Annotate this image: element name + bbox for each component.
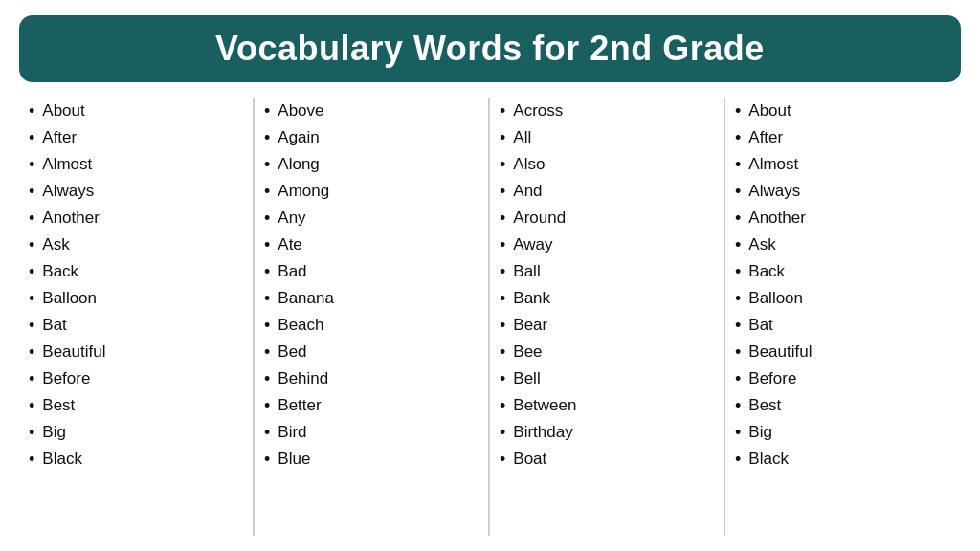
list-item: Also xyxy=(500,151,714,178)
word-list-1: AboutAfterAlmostAlwaysAnotherAskBackBall… xyxy=(29,98,243,473)
list-item: Any xyxy=(264,205,479,231)
list-item: Another xyxy=(735,205,951,231)
list-item: Always xyxy=(29,178,243,205)
list-item: Boat xyxy=(500,446,714,473)
list-item: Among xyxy=(264,178,479,205)
list-item: Bed xyxy=(264,339,479,365)
list-item: Away xyxy=(500,231,714,258)
list-item: And xyxy=(500,178,714,205)
title-banner: Vocabulary Words for 2nd Grade xyxy=(19,15,961,82)
list-item: Black xyxy=(735,446,951,473)
list-item: Big xyxy=(29,419,243,446)
list-item: Across xyxy=(500,98,714,124)
list-item: Around xyxy=(500,205,714,231)
list-item: Beautiful xyxy=(29,339,243,365)
word-column-1: AboutAfterAlmostAlwaysAnotherAskBackBall… xyxy=(19,98,255,536)
list-item: After xyxy=(29,124,243,151)
list-item: Bat xyxy=(735,312,951,339)
word-list-3: AcrossAllAlsoAndAroundAwayBallBankBearBe… xyxy=(500,98,714,473)
list-item: Banana xyxy=(264,285,479,312)
list-item: Bad xyxy=(264,258,479,285)
list-item: Before xyxy=(29,365,243,392)
list-item: Better xyxy=(264,392,479,419)
columns-container: AboutAfterAlmostAlwaysAnotherAskBackBall… xyxy=(19,98,961,536)
list-item: Bat xyxy=(29,312,243,339)
word-list-2: AboveAgainAlongAmongAnyAteBadBananaBeach… xyxy=(264,98,479,473)
list-item: Bee xyxy=(500,339,714,365)
word-column-4: AboutAfterAlmostAlwaysAnotherAskBackBall… xyxy=(725,98,961,536)
list-item: Behind xyxy=(264,365,479,392)
list-item: After xyxy=(735,124,951,151)
list-item: Ask xyxy=(735,231,951,258)
list-item: Balloon xyxy=(735,285,951,312)
word-list-4: AboutAfterAlmostAlwaysAnotherAskBackBall… xyxy=(735,98,951,473)
list-item: Birthday xyxy=(500,419,714,446)
list-item: Ball xyxy=(500,258,714,285)
page-wrapper: Vocabulary Words for 2nd Grade AboutAfte… xyxy=(0,0,980,551)
word-column-2: AboveAgainAlongAmongAnyAteBadBananaBeach… xyxy=(255,98,490,536)
list-item: About xyxy=(29,98,243,124)
word-column-3: AcrossAllAlsoAndAroundAwayBallBankBearBe… xyxy=(490,98,725,536)
list-item: Before xyxy=(735,365,951,392)
list-item: Bear xyxy=(500,312,714,339)
list-item: Almost xyxy=(29,151,243,178)
list-item: About xyxy=(735,98,951,124)
list-item: Bank xyxy=(500,285,714,312)
list-item: Another xyxy=(29,205,243,231)
list-item: Along xyxy=(264,151,479,178)
list-item: Best xyxy=(735,392,951,419)
list-item: Bird xyxy=(264,419,479,446)
list-item: Beach xyxy=(264,312,479,339)
list-item: Best xyxy=(29,392,243,419)
list-item: Black xyxy=(29,446,243,473)
list-item: Blue xyxy=(264,446,479,473)
page-title: Vocabulary Words for 2nd Grade xyxy=(38,29,942,69)
list-item: Again xyxy=(264,124,479,151)
list-item: Always xyxy=(735,178,951,205)
list-item: Ask xyxy=(29,231,243,258)
list-item: Back xyxy=(29,258,243,285)
list-item: Above xyxy=(264,98,479,124)
list-item: Between xyxy=(500,392,714,419)
list-item: All xyxy=(500,124,714,151)
list-item: Ate xyxy=(264,231,479,258)
list-item: Big xyxy=(735,419,951,446)
list-item: Balloon xyxy=(29,285,243,312)
list-item: Bell xyxy=(500,365,714,392)
list-item: Back xyxy=(735,258,951,285)
list-item: Almost xyxy=(735,151,951,178)
list-item: Beautiful xyxy=(735,339,951,365)
